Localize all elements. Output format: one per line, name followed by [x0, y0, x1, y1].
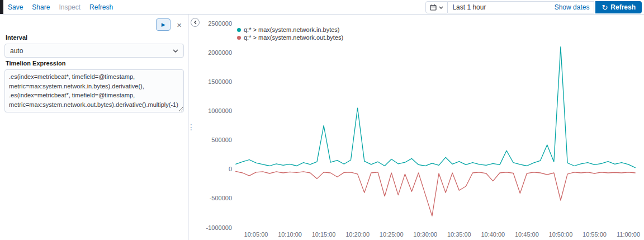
svg-text:10:20:00: 10:20:00 [345, 231, 370, 238]
svg-text:10:50:00: 10:50:00 [549, 231, 573, 238]
save-button[interactable]: Save [8, 3, 23, 11]
svg-text:10:40:00: 10:40:00 [481, 231, 505, 238]
share-button[interactable]: Share [32, 3, 50, 11]
svg-text:500000: 500000 [211, 137, 232, 143]
chevron-down-icon [173, 49, 178, 53]
svg-text:10:35:00: 10:35:00 [447, 231, 471, 238]
run-expression-button[interactable]: ▶ [156, 18, 171, 31]
time-range-value: Last 1 hour [452, 3, 486, 11]
svg-text:10:45:00: 10:45:00 [515, 231, 539, 238]
refresh-button[interactable]: ↻ Refresh [595, 1, 642, 13]
chart-area: q:* > max(system.network.in.bytes) q:* >… [190, 15, 644, 240]
svg-text:11:00:00: 11:00:00 [617, 231, 640, 238]
legend-item-network-out[interactable]: q:* > max(system.network.out.bytes) [237, 34, 343, 41]
expression-label: Timelion Expression [6, 60, 183, 67]
legend-dot-icon [237, 28, 241, 32]
timelion-editor-panel: ▶ × Interval auto Timelion Expression .e… [0, 15, 189, 240]
refresh-icon: ↻ [602, 4, 608, 11]
collapse-panel-button[interactable] [191, 18, 200, 27]
show-dates-link[interactable]: Show dates [555, 3, 590, 11]
svg-text:0: 0 [229, 166, 232, 172]
svg-text:10:55:00: 10:55:00 [583, 231, 607, 238]
panel-resize-handle[interactable]: ⋮ [187, 123, 195, 131]
svg-text:10:10:00: 10:10:00 [278, 231, 302, 238]
legend-dot-icon [237, 36, 241, 40]
svg-text:10:30:00: 10:30:00 [413, 231, 437, 238]
svg-text:1000000: 1000000 [208, 107, 232, 114]
svg-text:1500000: 1500000 [208, 78, 232, 85]
svg-text:10:15:00: 10:15:00 [312, 231, 336, 238]
refresh-menu-button[interactable]: Refresh [89, 3, 113, 11]
svg-text:10:05:00: 10:05:00 [244, 231, 268, 238]
refresh-button-label: Refresh [610, 3, 636, 11]
close-panel-button[interactable]: × [176, 21, 183, 29]
svg-text:10:25:00: 10:25:00 [380, 231, 404, 238]
svg-text:-1000000: -1000000 [206, 224, 233, 231]
play-icon: ▶ [162, 22, 165, 27]
top-bar: Save Share Inspect Refresh Last 1 hour S… [0, 0, 644, 15]
legend-label: q:* > max(system.network.out.bytes) [244, 34, 343, 41]
panel-actions: ▶ × [4, 18, 183, 31]
legend-item-network-in[interactable]: q:* > max(system.network.in.bytes) [237, 26, 343, 33]
timeseries-chart: 25000002000000150000010000005000000-5000… [190, 15, 644, 240]
expression-textarea[interactable]: .es(index=metricbeat*, timefield=@timest… [4, 69, 184, 112]
chevron-left-icon [194, 20, 197, 25]
inspect-button: Inspect [59, 3, 80, 11]
app-menu: Save Share Inspect Refresh [8, 0, 113, 14]
time-picker-group: Last 1 hour Show dates ↻ Refresh [425, 1, 642, 13]
interval-select[interactable]: auto [4, 44, 184, 58]
time-range-field[interactable]: Last 1 hour Show dates [448, 1, 594, 13]
interval-label: Interval [6, 34, 183, 41]
calendar-icon [430, 4, 437, 11]
svg-text:2500000: 2500000 [208, 20, 232, 27]
date-picker-button[interactable] [425, 1, 448, 13]
svg-text:-500000: -500000 [210, 195, 232, 201]
close-icon: × [177, 20, 182, 30]
interval-value: auto [10, 47, 23, 55]
chevron-down-icon [439, 6, 443, 9]
svg-text:2000000: 2000000 [208, 49, 232, 56]
nav-edge [0, 0, 3, 14]
chart-legend: q:* > max(system.network.in.bytes) q:* >… [237, 26, 343, 41]
legend-label: q:* > max(system.network.in.bytes) [244, 26, 339, 33]
